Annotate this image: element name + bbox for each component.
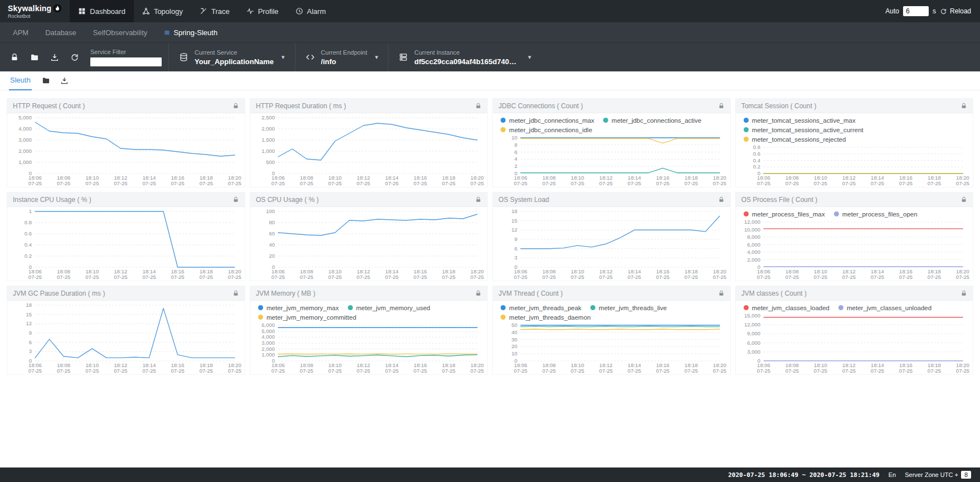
legend-label: meter_jvm_classes_unloaded [847, 305, 932, 311]
nav-item-dashboard[interactable]: Dashboard [70, 0, 134, 22]
lock-icon[interactable] [475, 290, 482, 297]
panel-header: JVM classes ( Count ) [736, 286, 973, 301]
nav-item-topology[interactable]: Topology [134, 0, 191, 22]
nav-item-trace[interactable]: Trace [191, 0, 238, 22]
selector-current-service[interactable]: Current ServiceYour_ApplicationName▾ [168, 43, 295, 71]
svg-text:07-25: 07-25 [442, 274, 455, 280]
lock-icon[interactable] [475, 103, 482, 109]
panel-title: JVM Thread ( Count ) [498, 290, 562, 297]
legend-item[interactable]: meter_jvm_memory_used [348, 303, 430, 312]
legend-item[interactable]: meter_process_files_open [834, 209, 918, 219]
panel-header: JVM Memory ( MB ) [250, 286, 487, 301]
legend-item[interactable]: meter_tomcat_sessions_rejected [744, 134, 846, 144]
database-icon [179, 52, 188, 62]
svg-text:15: 15 [26, 311, 32, 317]
alarm-icon [295, 7, 303, 15]
svg-text:07-25: 07-25 [956, 368, 969, 374]
lock-icon[interactable] [232, 196, 239, 203]
legend-item[interactable]: meter_process_files_max [744, 209, 825, 219]
auto-interval-input[interactable] [903, 6, 929, 16]
download-icon[interactable] [50, 53, 59, 62]
svg-text:07-25: 07-25 [899, 274, 913, 280]
legend-item[interactable]: meter_jvm_threads_live [590, 303, 667, 312]
svg-text:6: 6 [515, 245, 517, 252]
svg-text:0.4: 0.4 [25, 242, 32, 248]
legend-item[interactable]: meter_tomcat_sessions_active_max [744, 115, 856, 125]
legend-item[interactable]: meter_jvm_classes_unloaded [838, 303, 932, 312]
reload-button[interactable]: Reload [940, 7, 971, 15]
download-icon[interactable] [60, 76, 69, 85]
group-tab-spring-sleuth[interactable]: Spring-Sleuth [156, 22, 226, 42]
auto-unit-label: s [933, 7, 936, 15]
svg-text:80: 80 [269, 219, 275, 225]
topology-icon [142, 7, 150, 15]
folder-icon[interactable] [42, 76, 50, 85]
lock-icon[interactable] [475, 196, 482, 203]
chart-panel-jvm-gc-pause-duration-ms: JVM GC Pause Duration ( ms )036912151818… [7, 286, 245, 375]
svg-text:07-25: 07-25 [470, 274, 484, 280]
lock-icon[interactable] [718, 290, 725, 297]
lock-icon[interactable] [960, 196, 967, 203]
svg-text:30: 30 [512, 336, 518, 343]
group-tab-label: APM [13, 28, 28, 37]
panel-header: OS CPU Usage ( % ) [250, 192, 487, 207]
dashboard-icon [78, 7, 86, 15]
group-tab-database[interactable]: Database [37, 22, 85, 42]
svg-text:07-25: 07-25 [414, 368, 427, 374]
svg-text:07-25: 07-25 [470, 180, 484, 186]
svg-text:07-25: 07-25 [871, 368, 884, 374]
svg-text:10: 10 [512, 134, 518, 141]
svg-text:8,000: 8,000 [747, 234, 760, 240]
legend-item[interactable]: meter_jvm_memory_committed [258, 312, 356, 322]
service-filter-input[interactable] [90, 57, 162, 66]
panel-header: OS System Load [493, 192, 730, 207]
panel-title: OS CPU Usage ( % ) [256, 196, 319, 204]
svg-text:07-25: 07-25 [357, 368, 370, 374]
legend-dot-icon [501, 127, 506, 132]
refresh-icon[interactable] [70, 53, 79, 62]
legend-item[interactable]: meter_jvm_classes_loaded [744, 303, 829, 312]
svg-text:07-25: 07-25 [28, 274, 42, 280]
lock-icon[interactable] [718, 103, 725, 109]
lock-icon[interactable] [960, 290, 967, 297]
legend-item[interactable]: meter_jdbc_connections_idle [501, 125, 592, 134]
selector-current-endpoint[interactable]: Current Endpoint/info▾ [295, 43, 389, 71]
svg-text:60: 60 [269, 230, 275, 237]
nav-item-alarm[interactable]: Alarm [287, 0, 334, 22]
lock-icon[interactable] [718, 196, 725, 203]
legend-item[interactable]: meter_jdbc_connections_active [603, 115, 701, 125]
svg-text:1,500: 1,500 [261, 137, 275, 143]
group-tab-selfobservability[interactable]: SelfObservability [85, 22, 156, 42]
legend-item[interactable]: meter_tomcat_sessions_active_current [744, 125, 863, 134]
svg-text:0.4: 0.4 [753, 157, 760, 163]
legend-dot-icon [744, 118, 749, 123]
svg-text:07-25: 07-25 [785, 180, 799, 186]
panel-header: HTTP Request Duration ( ms ) [250, 99, 487, 113]
panel-title: OS System Load [498, 196, 549, 204]
lock-icon[interactable] [10, 53, 19, 62]
legend-label: meter_jvm_memory_committed [266, 314, 356, 321]
lock-icon[interactable] [232, 103, 239, 109]
group-tab-apm[interactable]: APM [4, 22, 37, 42]
toolbar-icon-group [0, 43, 89, 71]
svg-text:07-25: 07-25 [271, 180, 285, 186]
line-chart: 024681018:0607-2518:0807-2518:1007-2518:… [495, 134, 727, 187]
svg-text:07-25: 07-25 [785, 274, 799, 280]
legend-label: meter_tomcat_sessions_rejected [752, 136, 846, 143]
lock-icon[interactable] [960, 103, 967, 109]
svg-text:2,500: 2,500 [261, 114, 275, 120]
folder-icon[interactable] [30, 53, 39, 62]
logo-subtitle: Rocketbot [8, 13, 62, 19]
legend-item[interactable]: meter_jvm_memory_max [258, 303, 339, 312]
selector-current-instance[interactable]: Current Instancedf5cc29cca094af4b165d740… [388, 43, 541, 71]
legend-item[interactable]: meter_jdbc_connections_max [501, 115, 594, 125]
nav-item-profile[interactable]: Profile [238, 0, 287, 22]
legend-item[interactable]: meter_jvm_threads_daemon [501, 312, 590, 322]
legend-item[interactable]: meter_jvm_threads_peak [501, 303, 581, 312]
language-selector[interactable]: En [889, 471, 896, 478]
svg-text:3: 3 [515, 254, 517, 261]
svg-text:07-25: 07-25 [385, 368, 399, 374]
lock-icon[interactable] [232, 290, 239, 297]
server-zone-value[interactable]: 8 [961, 471, 971, 479]
tab-sleuth[interactable]: Sleuth [9, 71, 32, 90]
